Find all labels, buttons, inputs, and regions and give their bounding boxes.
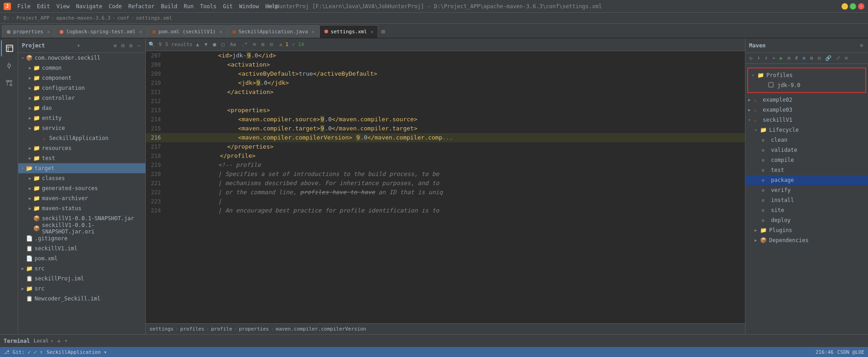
breadcrumb-item[interactable]: conf: [117, 15, 129, 21]
editor-breadcrumb-item[interactable]: settings: [149, 326, 174, 332]
terminal-add-btn[interactable]: +: [57, 337, 61, 345]
sidebar-tree-item[interactable]: ▶📁src: [18, 264, 145, 274]
terminal-dropdown-btn[interactable]: ▾: [64, 338, 67, 344]
sidebar-close-btn[interactable]: —: [136, 41, 142, 50]
sidebar-tree-item[interactable]: 📦seckillV1-0.0.1-SNAPSHOT.jar.ori: [18, 223, 145, 233]
editor-tab-pomxmlseckillV1[interactable]: pom.xml (seckillV1)✕: [147, 25, 227, 38]
editor-breadcrumb-item[interactable]: profile: [211, 326, 232, 332]
sidebar-tree-item[interactable]: ▶📁test: [18, 153, 145, 163]
sidebar-tree-item[interactable]: 📋seckillV1.iml: [18, 243, 145, 254]
terminal-close-btn[interactable]: ✕: [51, 338, 53, 343]
maven-download2-btn[interactable]: ⬇: [763, 54, 769, 62]
close-btn[interactable]: ✕: [858, 3, 864, 10]
activity-commit[interactable]: [1, 57, 17, 74]
editor-btn-3[interactable]: Aa: [228, 41, 238, 48]
sidebar-tree-item[interactable]: 📄pom.xml: [18, 254, 145, 264]
maven-site-item[interactable]: ⚙ site: [745, 205, 868, 215]
editor-breadcrumb-item[interactable]: profiles: [180, 326, 205, 332]
maven-validate-item[interactable]: ⚙ validate: [745, 145, 868, 155]
editor-tab-logbackspringtestxml[interactable]: logback-spring-test.xml✕: [55, 25, 147, 38]
sidebar-tree-item[interactable]: ▾📦com.nowcoder.seckill: [18, 53, 145, 63]
sidebar-tree-item[interactable]: ▶📁service: [18, 123, 145, 133]
sidebar-tree-item[interactable]: ▶📁generated-sources: [18, 183, 145, 193]
editor-btn-2[interactable]: □: [220, 41, 226, 48]
maven-expand-btn[interactable]: ⊞: [809, 54, 815, 62]
maven-collapse-btn[interactable]: ⊟: [817, 54, 822, 62]
maven-compile-item[interactable]: ⚙ compile: [745, 155, 868, 165]
sidebar-expand-btn[interactable]: ⊟: [120, 41, 126, 50]
activity-project[interactable]: [1, 40, 17, 57]
maven-run-btn[interactable]: ▶: [779, 54, 785, 62]
maven-example03-item[interactable]: ▶ ☕ example03: [745, 105, 868, 115]
maven-example02-item[interactable]: ▶ ☕ example02: [745, 95, 868, 105]
editor-breadcrumb-item[interactable]: properties: [239, 326, 269, 332]
menu-item-refactor[interactable]: Refactor: [125, 2, 157, 10]
editor-breadcrumb-item[interactable]: maven.compiler.compilerVersion: [276, 326, 366, 332]
maven-test-item[interactable]: ⚙ test: [745, 165, 868, 175]
tab-close-btn[interactable]: ✕: [312, 29, 314, 34]
editor-tab-properties[interactable]: properties✕: [2, 25, 55, 38]
tab-close-btn[interactable]: ✕: [139, 29, 142, 34]
breadcrumb-item[interactable]: Project_APP: [16, 15, 50, 21]
editor-tab-settingsxml[interactable]: settings.xml✕: [319, 25, 379, 38]
sidebar-tree-item[interactable]: 📄.gitignore: [18, 233, 145, 243]
search-up-btn[interactable]: ▲: [194, 41, 201, 48]
right-header-settings[interactable]: ⚙: [858, 41, 864, 49]
tab-close-btn[interactable]: ✕: [370, 29, 373, 34]
breadcrumb-item[interactable]: apache-maven-3.6.3: [56, 15, 110, 21]
search-down-btn[interactable]: ▼: [203, 41, 210, 48]
editor-btn-6[interactable]: ⊞: [260, 41, 267, 48]
sidebar-tree-item[interactable]: ▶📁maven-status: [18, 203, 145, 213]
menu-item-build[interactable]: Build: [158, 2, 180, 10]
maven-seckillv1-item[interactable]: ▾ ☕ seckillV1: [745, 115, 868, 125]
sidebar-tree-item[interactable]: ▶📁common: [18, 63, 145, 73]
sidebar-tree-item[interactable]: ▶📁maven-archiver: [18, 193, 145, 203]
menu-item-file[interactable]: File: [15, 2, 33, 10]
sidebar-tree-item[interactable]: ▶📁classes: [18, 173, 145, 183]
breadcrumb-item[interactable]: D:: [4, 15, 10, 21]
maven-plugins-item[interactable]: ▶ 📁 Plugins: [745, 225, 868, 235]
sidebar-tree-item[interactable]: ☕SeckillApplication: [18, 133, 145, 143]
code-editor[interactable]: 207 <id>jdk-9.0</id> 208 <activation>: [146, 51, 745, 323]
tab-close-btn[interactable]: ✕: [219, 29, 222, 34]
title-controls[interactable]: ─ □ ✕: [842, 3, 864, 10]
maven-clean-item[interactable]: ⚙ clean: [745, 135, 868, 145]
maven-deploy-item[interactable]: ⚙ deploy: [745, 215, 868, 225]
menu-item-git[interactable]: Git: [220, 2, 236, 10]
sidebar-collapse-btn[interactable]: ≡: [112, 41, 118, 50]
sidebar-tree-item[interactable]: ▶📁src: [18, 284, 145, 294]
tab-more[interactable]: ⊞: [378, 25, 387, 38]
activity-pull[interactable]: [1, 75, 17, 91]
sidebar-tree-item[interactable]: ▾📂target: [18, 163, 145, 173]
maven-download-btn[interactable]: ⬇: [756, 54, 762, 62]
sidebar-tree-item[interactable]: ▶📁dao: [18, 103, 145, 113]
sidebar-settings-btn[interactable]: ⚙: [128, 41, 134, 50]
editor-btn-5[interactable]: ≡: [251, 41, 258, 48]
breadcrumb-item[interactable]: settings.xml: [136, 15, 172, 21]
terminal-tab-local[interactable]: Local ✕: [34, 338, 53, 344]
maven-more-btn[interactable]: ≡: [843, 54, 849, 62]
sidebar-tree-item[interactable]: ▶📁controller: [18, 93, 145, 103]
maven-tree[interactable]: ▾ 📁 Profiles jdk-9.0 ▶ ☕ exam: [745, 64, 868, 334]
maven-globe-btn[interactable]: ⊕: [801, 54, 807, 62]
maven-add-btn[interactable]: +: [771, 54, 777, 62]
maven-jdk-item[interactable]: jdk-9.0: [750, 80, 863, 90]
maven-package-item[interactable]: ⚙ package: [745, 175, 868, 185]
menu-item-edit[interactable]: Edit: [34, 2, 53, 10]
menu-item-code[interactable]: Code: [106, 2, 125, 10]
maven-expand2-btn[interactable]: ⤢: [835, 54, 842, 62]
menu-item-view[interactable]: View: [54, 2, 72, 10]
tab-close-btn[interactable]: ✕: [47, 29, 50, 34]
editor-tab-SeckillApplicationjava[interactable]: SeckillApplication.java✕: [227, 25, 319, 38]
maven-verify-item[interactable]: ⚙ verify: [745, 185, 868, 195]
sidebar-tree-item[interactable]: 📋Newcoder_Seckill.iml: [18, 294, 145, 304]
maven-install-item[interactable]: ⚙ install: [745, 195, 868, 205]
maven-refresh-btn[interactable]: ↻: [748, 54, 754, 62]
sidebar-tree-item[interactable]: ▶📁configuration: [18, 83, 145, 93]
sidebar-tree-item[interactable]: ▶📁entity: [18, 113, 145, 123]
maven-skip-btn[interactable]: m: [786, 54, 792, 62]
menu-item-window[interactable]: Window: [236, 2, 262, 10]
maven-lifecycle-item[interactable]: ▾ 📁 Lifecycle: [745, 125, 868, 135]
maven-link-btn[interactable]: 🔗: [824, 54, 833, 62]
menu-item-navigate[interactable]: Navigate: [73, 2, 105, 10]
